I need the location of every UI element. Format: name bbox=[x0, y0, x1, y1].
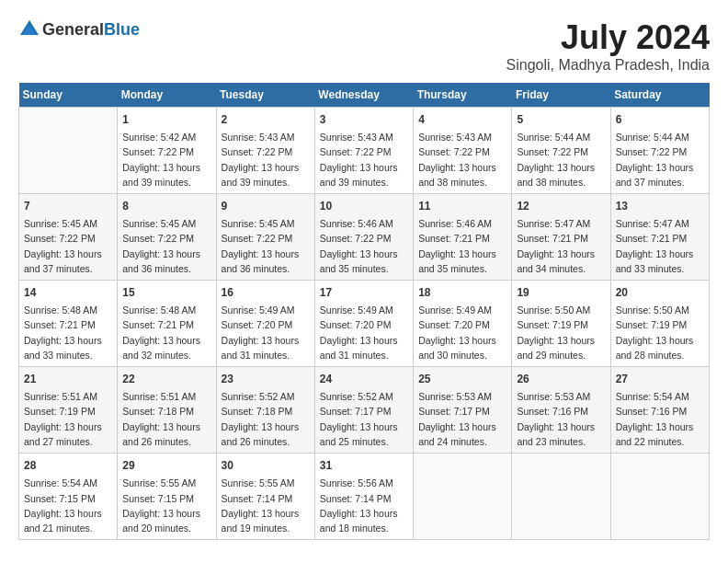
cell-content: Sunrise: 5:45 AMSunset: 7:22 PMDaylight:… bbox=[122, 216, 210, 276]
header-friday: Friday bbox=[512, 83, 610, 108]
calendar-cell: 31Sunrise: 5:56 AMSunset: 7:14 PMDayligh… bbox=[314, 454, 413, 540]
calendar-cell: 21Sunrise: 5:51 AMSunset: 7:19 PMDayligh… bbox=[19, 367, 118, 454]
day-number: 9 bbox=[222, 198, 310, 214]
calendar-cell: 9Sunrise: 5:45 AMSunset: 7:22 PMDaylight… bbox=[216, 194, 314, 281]
day-number: 30 bbox=[222, 457, 310, 474]
day-number: 21 bbox=[24, 371, 112, 387]
calendar-cell: 19Sunrise: 5:50 AMSunset: 7:19 PMDayligh… bbox=[512, 281, 610, 367]
header-sunday: Sunday bbox=[19, 83, 118, 108]
cell-content: Sunrise: 5:55 AMSunset: 7:15 PMDaylight:… bbox=[122, 476, 210, 535]
day-number: 26 bbox=[517, 371, 605, 387]
cell-content: Sunrise: 5:55 AMSunset: 7:14 PMDaylight:… bbox=[222, 476, 310, 535]
calendar-cell: 12Sunrise: 5:47 AMSunset: 7:21 PMDayligh… bbox=[512, 194, 610, 281]
day-number: 28 bbox=[24, 457, 112, 474]
day-number: 22 bbox=[122, 371, 210, 387]
cell-content: Sunrise: 5:43 AMSunset: 7:22 PMDaylight:… bbox=[222, 130, 310, 190]
calendar-cell: 1Sunrise: 5:42 AMSunset: 7:22 PMDaylight… bbox=[118, 108, 216, 194]
calendar-cell bbox=[414, 454, 512, 540]
header-tuesday: Tuesday bbox=[216, 83, 314, 108]
cell-content: Sunrise: 5:45 AMSunset: 7:22 PMDaylight:… bbox=[222, 216, 310, 276]
day-number: 25 bbox=[418, 371, 506, 387]
calendar-cell: 18Sunrise: 5:49 AMSunset: 7:20 PMDayligh… bbox=[414, 281, 512, 367]
logo-text: GeneralBlue bbox=[42, 20, 140, 40]
title-block: July 2024 Singoli, Madhya Pradesh, India bbox=[506, 18, 710, 74]
cell-content: Sunrise: 5:47 AMSunset: 7:21 PMDaylight:… bbox=[517, 216, 605, 276]
header-monday: Monday bbox=[118, 83, 216, 108]
day-number: 27 bbox=[616, 371, 704, 387]
cell-content: Sunrise: 5:46 AMSunset: 7:22 PMDaylight:… bbox=[320, 216, 408, 276]
logo-icon bbox=[18, 18, 40, 40]
calendar-cell: 22Sunrise: 5:51 AMSunset: 7:18 PMDayligh… bbox=[118, 367, 216, 454]
day-number: 16 bbox=[222, 284, 310, 301]
cell-content: Sunrise: 5:44 AMSunset: 7:22 PMDaylight:… bbox=[616, 130, 704, 190]
cell-content: Sunrise: 5:53 AMSunset: 7:16 PMDaylight:… bbox=[517, 389, 605, 449]
cell-content: Sunrise: 5:50 AMSunset: 7:19 PMDaylight:… bbox=[616, 303, 704, 362]
calendar-cell: 14Sunrise: 5:48 AMSunset: 7:21 PMDayligh… bbox=[19, 281, 118, 367]
cell-content: Sunrise: 5:45 AMSunset: 7:22 PMDaylight:… bbox=[24, 216, 112, 276]
day-number: 15 bbox=[122, 284, 210, 301]
calendar-week-2: 7Sunrise: 5:45 AMSunset: 7:22 PMDaylight… bbox=[19, 194, 710, 281]
calendar-cell: 6Sunrise: 5:44 AMSunset: 7:22 PMDaylight… bbox=[610, 108, 709, 194]
calendar-week-4: 21Sunrise: 5:51 AMSunset: 7:19 PMDayligh… bbox=[19, 367, 710, 454]
calendar-cell: 25Sunrise: 5:53 AMSunset: 7:17 PMDayligh… bbox=[414, 367, 512, 454]
day-number: 13 bbox=[616, 198, 704, 214]
calendar-cell: 11Sunrise: 5:46 AMSunset: 7:21 PMDayligh… bbox=[414, 194, 512, 281]
calendar-cell: 23Sunrise: 5:52 AMSunset: 7:18 PMDayligh… bbox=[216, 367, 314, 454]
calendar-cell: 3Sunrise: 5:43 AMSunset: 7:22 PMDaylight… bbox=[314, 108, 413, 194]
calendar-cell: 13Sunrise: 5:47 AMSunset: 7:21 PMDayligh… bbox=[610, 194, 709, 281]
day-number: 7 bbox=[24, 198, 112, 214]
day-number: 11 bbox=[418, 198, 506, 214]
cell-content: Sunrise: 5:48 AMSunset: 7:21 PMDaylight:… bbox=[24, 303, 112, 362]
day-number: 3 bbox=[320, 111, 408, 128]
calendar-week-5: 28Sunrise: 5:54 AMSunset: 7:15 PMDayligh… bbox=[19, 454, 710, 540]
day-number: 10 bbox=[320, 198, 408, 214]
calendar-cell: 30Sunrise: 5:55 AMSunset: 7:14 PMDayligh… bbox=[216, 454, 314, 540]
calendar-cell: 27Sunrise: 5:54 AMSunset: 7:16 PMDayligh… bbox=[610, 367, 709, 454]
day-number: 14 bbox=[24, 284, 112, 301]
calendar-cell: 10Sunrise: 5:46 AMSunset: 7:22 PMDayligh… bbox=[314, 194, 413, 281]
day-headers-row: Sunday Monday Tuesday Wednesday Thursday… bbox=[19, 83, 710, 108]
header-saturday: Saturday bbox=[610, 83, 709, 108]
calendar-cell: 17Sunrise: 5:49 AMSunset: 7:20 PMDayligh… bbox=[314, 281, 413, 367]
cell-content: Sunrise: 5:50 AMSunset: 7:19 PMDaylight:… bbox=[517, 303, 605, 362]
header-thursday: Thursday bbox=[414, 83, 512, 108]
day-number: 1 bbox=[122, 111, 210, 128]
title-location: Singoli, Madhya Pradesh, India bbox=[506, 57, 710, 74]
calendar-cell: 24Sunrise: 5:52 AMSunset: 7:17 PMDayligh… bbox=[314, 367, 413, 454]
cell-content: Sunrise: 5:52 AMSunset: 7:18 PMDaylight:… bbox=[222, 389, 310, 449]
cell-content: Sunrise: 5:49 AMSunset: 7:20 PMDaylight:… bbox=[418, 303, 506, 362]
day-number: 17 bbox=[320, 284, 408, 301]
title-month: July 2024 bbox=[506, 18, 710, 57]
cell-content: Sunrise: 5:53 AMSunset: 7:17 PMDaylight:… bbox=[418, 389, 506, 449]
day-number: 31 bbox=[320, 457, 408, 474]
day-number: 2 bbox=[222, 111, 310, 128]
day-number: 23 bbox=[222, 371, 310, 387]
day-number: 24 bbox=[320, 371, 408, 387]
cell-content: Sunrise: 5:49 AMSunset: 7:20 PMDaylight:… bbox=[222, 303, 310, 362]
day-number: 20 bbox=[616, 284, 704, 301]
cell-content: Sunrise: 5:46 AMSunset: 7:21 PMDaylight:… bbox=[418, 216, 506, 276]
calendar-cell: 28Sunrise: 5:54 AMSunset: 7:15 PMDayligh… bbox=[19, 454, 118, 540]
calendar-table: Sunday Monday Tuesday Wednesday Thursday… bbox=[18, 83, 710, 540]
cell-content: Sunrise: 5:43 AMSunset: 7:22 PMDaylight:… bbox=[418, 130, 506, 190]
calendar-cell: 5Sunrise: 5:44 AMSunset: 7:22 PMDaylight… bbox=[512, 108, 610, 194]
calendar-cell: 4Sunrise: 5:43 AMSunset: 7:22 PMDaylight… bbox=[414, 108, 512, 194]
cell-content: Sunrise: 5:52 AMSunset: 7:17 PMDaylight:… bbox=[320, 389, 408, 449]
calendar-cell: 20Sunrise: 5:50 AMSunset: 7:19 PMDayligh… bbox=[610, 281, 709, 367]
day-number: 18 bbox=[418, 284, 506, 301]
calendar-cell: 8Sunrise: 5:45 AMSunset: 7:22 PMDaylight… bbox=[118, 194, 216, 281]
calendar-week-3: 14Sunrise: 5:48 AMSunset: 7:21 PMDayligh… bbox=[19, 281, 710, 367]
day-number: 19 bbox=[517, 284, 605, 301]
day-number: 5 bbox=[517, 111, 605, 128]
cell-content: Sunrise: 5:51 AMSunset: 7:19 PMDaylight:… bbox=[24, 389, 112, 449]
calendar-cell bbox=[19, 108, 118, 194]
calendar-cell: 2Sunrise: 5:43 AMSunset: 7:22 PMDaylight… bbox=[216, 108, 314, 194]
cell-content: Sunrise: 5:56 AMSunset: 7:14 PMDaylight:… bbox=[320, 476, 408, 535]
day-number: 4 bbox=[418, 111, 506, 128]
cell-content: Sunrise: 5:44 AMSunset: 7:22 PMDaylight:… bbox=[517, 130, 605, 190]
cell-content: Sunrise: 5:54 AMSunset: 7:15 PMDaylight:… bbox=[24, 476, 112, 535]
page-header: GeneralBlue July 2024 Singoli, Madhya Pr… bbox=[18, 18, 710, 74]
day-number: 12 bbox=[517, 198, 605, 214]
calendar-cell: 7Sunrise: 5:45 AMSunset: 7:22 PMDaylight… bbox=[19, 194, 118, 281]
cell-content: Sunrise: 5:54 AMSunset: 7:16 PMDaylight:… bbox=[616, 389, 704, 449]
